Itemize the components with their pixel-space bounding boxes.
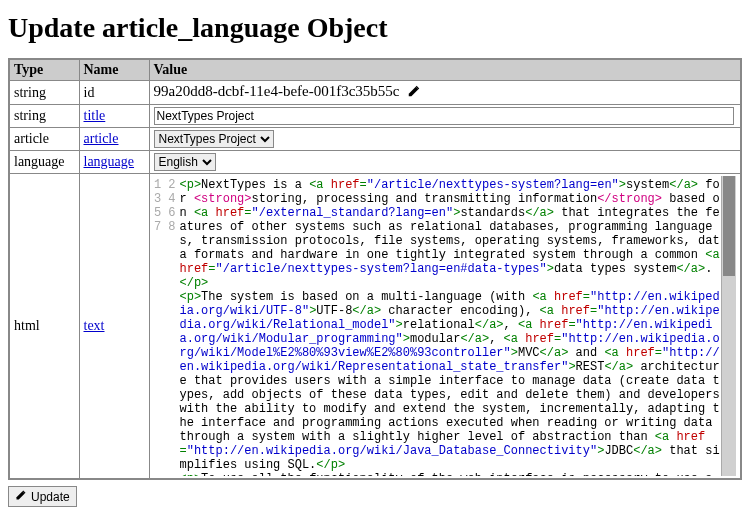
update-button-label: Update bbox=[31, 490, 70, 504]
type-cell: language bbox=[9, 151, 79, 174]
name-link-language[interactable]: language bbox=[84, 154, 135, 169]
page-title: Update article_language Object bbox=[8, 12, 742, 44]
title-input[interactable] bbox=[154, 107, 734, 125]
editor-scrollbar[interactable] bbox=[721, 176, 736, 476]
type-cell: html bbox=[9, 174, 79, 480]
name-link-title[interactable]: title bbox=[84, 108, 106, 123]
type-cell: string bbox=[9, 105, 79, 128]
edit-id-icon[interactable] bbox=[407, 84, 421, 102]
type-cell: article bbox=[9, 128, 79, 151]
html-editor[interactable]: 1 2 3 4 5 6 7 8 <p>NextTypes is a <a hre… bbox=[154, 176, 737, 476]
scrollbar-thumb[interactable] bbox=[723, 176, 735, 276]
editor-code[interactable]: <p>NextTypes is a <a href="/article/next… bbox=[180, 176, 721, 476]
name-link-article[interactable]: article bbox=[84, 131, 119, 146]
article-select[interactable]: NextTypes Project bbox=[154, 130, 274, 148]
editor-gutter: 1 2 3 4 5 6 7 8 bbox=[154, 176, 180, 476]
form-table: Type Name Value string id 99a20dd8-dcbf-… bbox=[8, 58, 742, 480]
pencil-icon bbox=[15, 489, 27, 504]
col-name: Name bbox=[79, 59, 149, 81]
col-value: Value bbox=[149, 59, 741, 81]
col-type: Type bbox=[9, 59, 79, 81]
name-link-text[interactable]: text bbox=[84, 318, 105, 333]
update-button[interactable]: Update bbox=[8, 486, 77, 507]
type-cell: string bbox=[9, 81, 79, 105]
language-select[interactable]: English bbox=[154, 153, 216, 171]
id-value: 99a20dd8-dcbf-11e4-befe-001f3c35b55c bbox=[154, 83, 400, 99]
name-cell: id bbox=[79, 81, 149, 105]
